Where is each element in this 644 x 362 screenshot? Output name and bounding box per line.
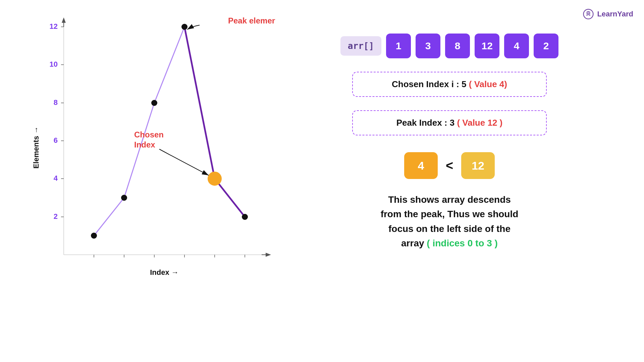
svg-text:Elements →: Elements → [32, 126, 40, 169]
comparison-left-value: 4 [418, 159, 424, 172]
svg-text:10: 10 [50, 60, 58, 68]
chosen-index-text: Chosen Index i : 5 [392, 79, 467, 89]
svg-marker-31 [62, 17, 66, 23]
chart-svg: 2 4 6 8 10 12 [20, 13, 275, 288]
svg-point-24 [208, 172, 221, 185]
svg-text:Index: Index [134, 140, 155, 149]
array-cell-4: 4 [504, 34, 529, 58]
chosen-index-box: Chosen Index i : 5 ( Value 4) [352, 72, 547, 97]
array-cell-0: 1 [386, 34, 411, 58]
svg-text:6: 6 [54, 136, 58, 144]
peak-index-box: Peak Index : 3 ( Value 12 ) [352, 110, 547, 135]
svg-text:Index →: Index → [150, 268, 179, 277]
svg-point-20 [91, 233, 97, 239]
svg-text:2: 2 [54, 212, 58, 221]
chart-area: 2 4 6 8 10 12 [20, 13, 275, 288]
svg-text:Peak element: Peak element [228, 16, 275, 25]
logo: LearnYard [582, 8, 633, 20]
array-label: arr[] [340, 36, 381, 56]
svg-point-21 [121, 195, 127, 201]
array-cell-3: 12 [475, 34, 499, 58]
peak-index-text: Peak Index : 3 [396, 118, 454, 128]
array-cell-1: 3 [416, 34, 440, 58]
svg-point-22 [151, 100, 157, 106]
right-panel: arr[] 1 3 8 12 4 2 Chosen Index i : 5 ( … [288, 34, 610, 251]
logo-text: LearnYard [597, 10, 633, 18]
array-cell-5: 2 [534, 34, 558, 58]
svg-text:12: 12 [50, 22, 58, 31]
svg-text:Chosen: Chosen [134, 130, 164, 139]
chosen-index-highlight: ( Value 4) [467, 79, 507, 89]
svg-point-25 [242, 214, 248, 220]
svg-marker-33 [266, 253, 271, 257]
desc-highlight: ( indices 0 to 3 ) [427, 238, 498, 248]
comparison-right-value: 12 [472, 159, 484, 172]
svg-point-23 [181, 24, 187, 30]
comparison-operator: < [446, 159, 453, 173]
comparison-right: 12 [461, 152, 495, 179]
svg-text:8: 8 [54, 98, 58, 107]
comparison-row: 4 < 12 [404, 152, 495, 179]
svg-text:4: 4 [54, 174, 58, 182]
logo-icon [582, 8, 594, 20]
array-cell-2: 8 [445, 34, 470, 58]
array-row: arr[] 1 3 8 12 4 2 [340, 34, 558, 58]
peak-index-highlight: ( Value 12 ) [454, 118, 502, 128]
comparison-left: 4 [404, 152, 438, 179]
description-text: This shows array descendsfrom the peak, … [381, 192, 519, 251]
